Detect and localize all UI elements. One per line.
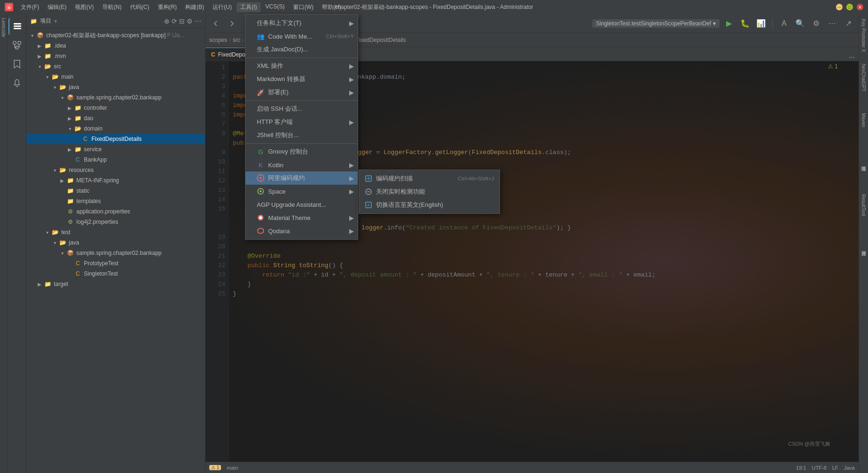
submenu-scan[interactable]: 编码规约扫描 Ctrl+Alt+Shift+J [359,172,500,185]
notifications-icon[interactable] [8,74,25,91]
menu-vcs[interactable]: VCS(S) [262,2,288,12]
tree-test[interactable]: ▾ 📂 test [26,227,205,237]
tree-domain[interactable]: ▾ 📂 domain [26,123,205,134]
tree-app-props[interactable]: ⚙ application.properties [26,206,205,217]
menu-ssh[interactable]: 启动 SSH 会话... [246,102,358,115]
project-icon[interactable] [8,18,25,35]
collapse-icon[interactable]: ⊟ [179,17,185,25]
idea-icon: 📁 [43,42,52,49]
tree-dao[interactable]: ▶ 📁 dao [26,113,205,123]
menu-groovy[interactable]: G Groovy 控制台 [246,145,358,158]
tree-controller[interactable]: ▶ 📁 controller [26,103,205,113]
menu-jshell[interactable]: JShell 控制台... [246,129,358,142]
maven-label[interactable]: Maven [859,99,868,141]
menu-nav[interactable]: 导航(N) [98,2,125,12]
tab-more-icon[interactable]: ⋯ [849,54,855,61]
tree-test-package[interactable]: ▾ 📦 sample.spring.chapter02.bankapp [26,248,205,258]
menu-edit[interactable]: 编辑(E) [44,2,70,12]
menu-build[interactable]: 构建(B) [181,2,208,12]
menu-run[interactable]: 运行(U) [209,2,236,12]
menu-window[interactable]: 窗口(W) [289,2,317,12]
nav-forward-btn[interactable] [225,17,238,30]
menu-http-client[interactable]: HTTP 客户端 ▶ [246,115,358,129]
menu-agp[interactable]: AGP Upgrade Assistant... [246,198,358,211]
debug-button[interactable]: 🐛 [738,17,752,30]
more-icon[interactable]: ⋯ [195,17,201,25]
run-config-selector[interactable]: SingletonTest.testSingletonScopePerBeanD… [592,19,720,28]
nexchatgpt-label[interactable]: NexChatGPT [859,57,868,99]
search-btn[interactable]: 🔍 [794,17,807,30]
resources-icon: 📂 [58,167,67,173]
tree-test-java[interactable]: ▾ 📂 java [26,237,205,248]
tree-src[interactable]: ▾ 📂 src [26,61,205,72]
tree-bankapp[interactable]: C BankApp [26,155,205,165]
tree-templates[interactable]: 📁 templates [26,196,205,206]
menu-view[interactable]: 视图(V) [71,2,98,12]
resource-mgr-label[interactable]: 资源管理 [859,226,868,269]
menu-xml-ops[interactable]: XML 操作 ▶ [246,59,358,73]
panel-dropdown-icon[interactable]: ▾ [54,18,57,24]
tree-main[interactable]: ▾ 📂 main [26,72,205,82]
target-arrow: ▶ [36,282,43,287]
kotlin-label: Kotlin [268,162,284,169]
expand-btn[interactable]: ↗ [842,17,855,30]
minimize-button[interactable]: ─ [836,4,843,10]
bc-scopes[interactable]: scopes [209,37,227,43]
tree-resources[interactable]: ▾ 📂 resources [26,165,205,175]
profile-button[interactable]: 📊 [754,17,768,30]
nav-back-btn[interactable] [209,17,222,30]
leetcode-label[interactable]: Leetcode [1,14,6,37]
app-props-icon: ⚙ [66,208,74,215]
tree-log4j-props[interactable]: ⚙ log4j2.properties [26,217,205,227]
sync-icon[interactable]: ⟳ [172,17,177,25]
menu-markdown[interactable]: Markdown 转换器 ▶ [246,73,358,86]
tree-fixed-deposit[interactable]: C FixedDepositDetails [26,134,205,144]
close-button[interactable]: ✕ [857,4,863,10]
menu-kotlin[interactable]: K Kotlin ▶ [246,158,358,171]
tree-meta-inf[interactable]: ▶ 📁 META-INF.spring [26,175,205,186]
menu-material-theme[interactable]: Material Theme ▶ [246,211,358,224]
key-promoter-label[interactable]: Key Promoter X [859,14,868,57]
result-tool-label[interactable]: ResultTool [859,184,868,226]
tree-root[interactable]: ▾ 📦 chapter02-框架基础-bankapp-scopes [banka… [26,30,205,41]
maximize-button[interactable]: □ [846,4,853,10]
add-icon[interactable]: ⊕ [164,17,170,25]
tree-target[interactable]: ▶ 📁 target [26,279,205,289]
tree-java[interactable]: ▾ 📂 java [26,82,205,92]
tree-singleton-test[interactable]: C SingletonTest [26,269,205,279]
menu-code-with-me[interactable]: 👥 Code With Me... Ctrl+Shift+Y [246,30,358,43]
tree-static[interactable]: 📁 static [26,186,205,196]
bc-src[interactable]: src [233,37,240,43]
controller-icon: 📁 [74,105,82,111]
menu-qodana[interactable]: Qodana ▶ [246,224,358,237]
wandering-label[interactable]: 随便逛逛 [859,141,868,184]
menu-tools[interactable]: 工具(I) [237,2,261,12]
menu-deploy[interactable]: 🚀 部署(E) ▶ [246,86,358,99]
submenu-close-realtime[interactable]: 关闭实时检测功能 [359,185,500,198]
qodana-icon [257,227,264,235]
settings-icon[interactable]: ⚙ [187,17,193,25]
translate-btn[interactable]: A [778,17,791,30]
tree-mvn[interactable]: ▶ 📁 .mvn [26,51,205,61]
menu-file[interactable]: 文件(F) [17,2,43,12]
structure-icon[interactable] [8,37,25,54]
menu-generate-javadoc[interactable]: 生成 JavaDoc(D)... [246,43,358,56]
tree-package[interactable]: ▾ 📦 sample.spring.chapter02.bankapp [26,92,205,103]
tree-prototype-test[interactable]: C PrototypeTest [26,258,205,269]
menu-tasks-context[interactable]: 任务和上下文(T) ▶ [246,16,358,30]
menu-refactor[interactable]: 重构(R) [154,2,181,12]
menu-ali-coding[interactable]: 阿里编码规约 ▶ 编码规约扫描 Ctrl+Alt+Shift+J [246,171,358,185]
submenu-switch-lang[interactable]: A 切换语言至英文(English) [359,198,500,212]
tree-service[interactable]: ▶ 📁 service [26,144,205,155]
settings-btn[interactable]: ⚙ [810,17,823,30]
run-button[interactable]: ▶ [722,17,736,30]
menu-space[interactable]: Space ▶ [246,185,358,198]
bookmark-icon[interactable] [8,56,25,73]
bc-fixeddeposit[interactable]: FixedDepositDetails [356,37,406,43]
more-btn[interactable]: ⋯ [826,17,839,30]
root-label: chapter02-框架基础-bankapp-scopes [bankapp] … [46,32,185,40]
controller-arrow: ▶ [66,106,74,111]
svg-rect-3 [14,25,21,27]
menu-code[interactable]: 代码(C) [126,2,153,12]
tree-idea[interactable]: ▶ 📁 .idea [26,41,205,51]
